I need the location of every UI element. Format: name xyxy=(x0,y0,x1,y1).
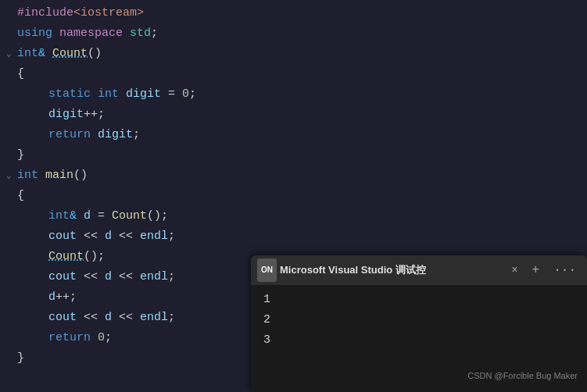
num-0: 0 xyxy=(182,84,189,105)
kw-int-9: int xyxy=(17,166,45,186)
var-d-12: d xyxy=(105,226,112,247)
terminal-output-line-2: 2 xyxy=(263,312,574,329)
fold-arrow-10 xyxy=(6,186,16,206)
code-line-8: } xyxy=(0,145,587,166)
num-0-17: 0 xyxy=(98,328,105,348)
fold-arrow-5 xyxy=(6,84,16,105)
fold-arrow-6 xyxy=(6,105,16,125)
include-path: <iostream> xyxy=(73,3,144,23)
terminal-footer: CSDN @Forcible Bug Maker xyxy=(467,365,578,386)
code-line-2: using namespace std; xyxy=(0,23,587,44)
kw-static: static xyxy=(48,84,98,105)
semi-16: ; xyxy=(168,308,175,328)
code-line-6: digit++; xyxy=(0,105,587,125)
code-line-12: cout << d << endl; xyxy=(0,226,587,247)
semi-7: ; xyxy=(133,125,140,145)
op-16b: << xyxy=(112,308,140,328)
kw-return-17: return xyxy=(48,328,98,348)
brace-close-8: } xyxy=(17,145,24,166)
op-12b: << xyxy=(112,226,140,247)
fn-count: Count xyxy=(52,44,88,64)
terminal-content: 1 2 3 CSDN @Forcible Bug Maker xyxy=(251,285,587,392)
var-d-11: d xyxy=(84,206,91,226)
fold-arrow-4 xyxy=(6,64,16,84)
ref-amp-3: & xyxy=(38,44,52,64)
preproc-include: #include xyxy=(17,3,73,23)
fold-arrow-16 xyxy=(6,308,16,328)
op-16a: << xyxy=(77,308,105,328)
paren-3: () xyxy=(88,44,102,64)
code-line-9: ⌄ int main() xyxy=(0,166,587,186)
code-line-7: return digit; xyxy=(0,125,587,145)
fn-count-13: Count xyxy=(48,247,84,267)
terminal-output: 1 2 3 xyxy=(263,291,574,349)
var-d-16: d xyxy=(105,308,112,328)
pp-15: ++; xyxy=(55,287,77,308)
var-digit-5: digit xyxy=(126,84,161,105)
terminal-output-line-1: 1 xyxy=(263,291,574,308)
terminal-close-button[interactable]: × xyxy=(506,258,522,282)
code-line-3: ⌄ int& Count() xyxy=(0,44,587,64)
kw-endl-16: endl xyxy=(140,308,168,328)
semi-12: ; xyxy=(168,226,175,247)
fn-count-11: Count xyxy=(112,206,147,226)
pp-6: ++; xyxy=(84,105,105,125)
fold-arrow-18 xyxy=(6,348,16,369)
fold-arrow-2 xyxy=(6,23,16,44)
terminal-add-button[interactable]: + xyxy=(526,258,546,282)
kw-cout-14: cout xyxy=(48,267,77,287)
fold-arrow-12 xyxy=(6,226,16,247)
brace-close-18: } xyxy=(17,348,24,369)
kw-namespace: namespace xyxy=(59,23,130,44)
terminal-extra-button[interactable]: ··· xyxy=(549,258,581,282)
brace-open-4: { xyxy=(17,64,24,84)
kw-int-3: int xyxy=(17,44,38,64)
code-editor: #include<iostream> using namespace std; … xyxy=(0,0,587,392)
call-13: (); xyxy=(84,247,105,267)
op-14b: << xyxy=(112,267,140,287)
terminal-overlay: ON Microsoft Visual Studio 调试控 × + ··· 1… xyxy=(251,255,587,392)
code-line-4: { xyxy=(0,64,587,84)
kw-endl-12: endl xyxy=(140,226,168,247)
code-line-10: { xyxy=(0,186,587,206)
kw-cout-16: cout xyxy=(48,308,77,328)
fold-arrow-17 xyxy=(6,328,16,348)
kw-std: std xyxy=(130,23,151,44)
fold-arrow-8 xyxy=(6,145,16,166)
fold-arrow-13 xyxy=(6,247,16,267)
semi-5: ; xyxy=(189,84,196,105)
var-digit-ret: digit xyxy=(98,125,133,145)
var-d-15: d xyxy=(48,287,55,308)
fold-arrow-3: ⌄ xyxy=(6,44,16,64)
fold-arrow-11 xyxy=(6,206,16,226)
semi-14: ; xyxy=(168,267,175,287)
fold-arrow-14 xyxy=(6,267,16,287)
code-line-11: int& d = Count(); xyxy=(0,206,587,226)
semi-17: ; xyxy=(105,328,112,348)
kw-using: using xyxy=(17,23,59,44)
brace-open-10: { xyxy=(17,186,24,206)
op-12a: << xyxy=(77,226,105,247)
terminal-tab-label: Microsoft Visual Studio 调试控 xyxy=(280,260,503,280)
fold-arrow-1 xyxy=(6,3,16,23)
kw-int-5: int xyxy=(98,84,126,105)
kw-endl-14: endl xyxy=(140,267,168,287)
eq-5: = xyxy=(161,84,182,105)
paren-9: () xyxy=(73,166,88,186)
fn-main: main xyxy=(45,166,73,186)
eq-11: = xyxy=(91,206,112,226)
semicolon-2: ; xyxy=(151,23,158,44)
fold-arrow-7 xyxy=(6,125,16,145)
kw-cout-12: cout xyxy=(48,226,77,247)
kw-return-7: return xyxy=(48,125,98,145)
terminal-tab-bar: ON Microsoft Visual Studio 调试控 × + ··· xyxy=(251,255,587,285)
terminal-output-line-3: 3 xyxy=(263,332,574,349)
code-line-5: static int digit = 0; xyxy=(0,84,587,105)
var-digit-6: digit xyxy=(48,105,84,125)
terminal-tab-icon: ON xyxy=(257,258,277,282)
paren-call-11: (); xyxy=(147,206,168,226)
ref-amp-11: & xyxy=(70,206,84,226)
kw-int-11: int xyxy=(48,206,70,226)
fold-arrow-9: ⌄ xyxy=(6,166,16,186)
fold-arrow-15 xyxy=(6,287,16,308)
